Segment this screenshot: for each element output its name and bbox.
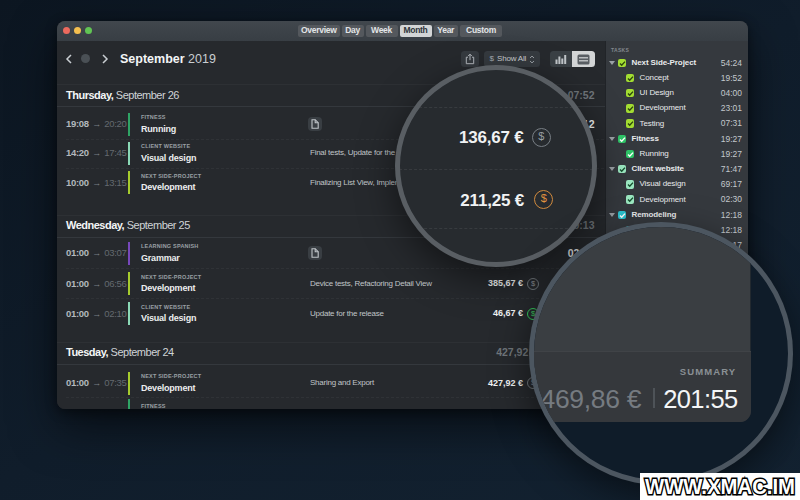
svg-text:WWW.XMAC.IM: WWW.XMAC.IM (645, 474, 795, 499)
